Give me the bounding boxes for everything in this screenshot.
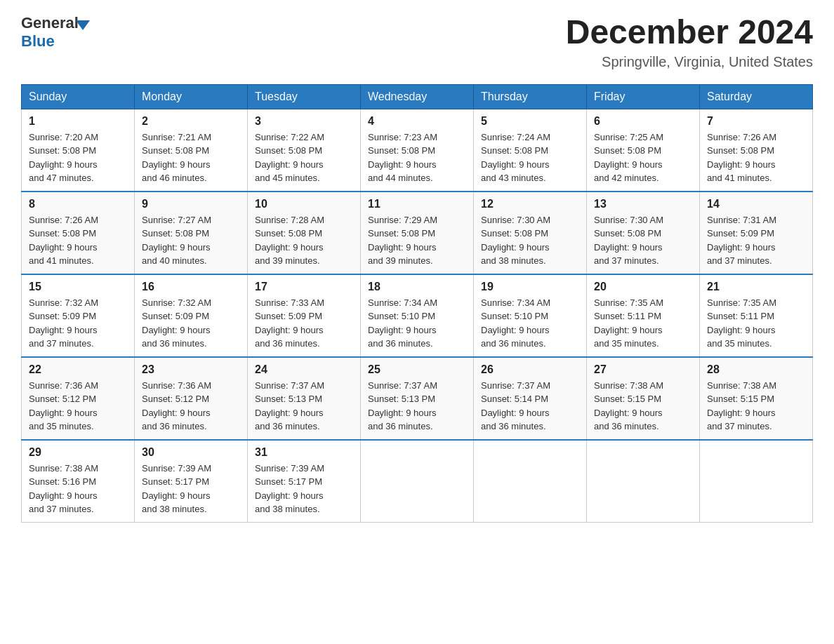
calendar-cell: 5 Sunrise: 7:24 AM Sunset: 5:08 PM Dayli… [474,109,587,192]
calendar-week-row: 29 Sunrise: 7:38 AM Sunset: 5:16 PM Dayl… [22,440,813,523]
calendar-week-row: 1 Sunrise: 7:20 AM Sunset: 5:08 PM Dayli… [22,109,813,192]
day-info: Sunrise: 7:27 AM Sunset: 5:08 PM Dayligh… [142,213,240,268]
calendar-cell: 9 Sunrise: 7:27 AM Sunset: 5:08 PM Dayli… [135,192,248,274]
day-number: 29 [29,446,127,459]
day-number: 2 [142,115,240,128]
calendar-cell: 31 Sunrise: 7:39 AM Sunset: 5:17 PM Dayl… [248,440,361,523]
day-info: Sunrise: 7:35 AM Sunset: 5:11 PM Dayligh… [707,296,805,351]
calendar-cell: 19 Sunrise: 7:34 AM Sunset: 5:10 PM Dayl… [474,274,587,357]
calendar-cell: 25 Sunrise: 7:37 AM Sunset: 5:13 PM Dayl… [361,357,474,440]
day-number: 11 [368,198,466,210]
month-title: December 2024 [566,14,813,51]
day-info: Sunrise: 7:39 AM Sunset: 5:17 PM Dayligh… [255,462,353,516]
calendar-cell [587,440,700,523]
day-number: 23 [142,363,240,376]
day-info: Sunrise: 7:26 AM Sunset: 5:08 PM Dayligh… [29,213,127,268]
day-info: Sunrise: 7:37 AM Sunset: 5:13 PM Dayligh… [255,379,353,434]
day-number: 10 [255,198,353,210]
day-number: 13 [594,198,692,210]
header-thursday: Thursday [474,84,587,109]
title-section: December 2024 Springville, Virginia, Uni… [566,14,813,70]
day-info: Sunrise: 7:34 AM Sunset: 5:10 PM Dayligh… [481,296,579,351]
calendar-table: Sunday Monday Tuesday Wednesday Thursday… [21,84,813,523]
day-number: 31 [255,446,353,459]
calendar-cell: 18 Sunrise: 7:34 AM Sunset: 5:10 PM Dayl… [361,274,474,357]
calendar-cell: 3 Sunrise: 7:22 AM Sunset: 5:08 PM Dayli… [248,109,361,192]
day-number: 17 [255,281,353,293]
calendar-cell: 15 Sunrise: 7:32 AM Sunset: 5:09 PM Dayl… [22,274,135,357]
header-wednesday: Wednesday [361,84,474,109]
calendar-cell: 30 Sunrise: 7:39 AM Sunset: 5:17 PM Dayl… [135,440,248,523]
day-number: 6 [594,115,692,128]
day-info: Sunrise: 7:31 AM Sunset: 5:09 PM Dayligh… [707,213,805,268]
header-friday: Friday [587,84,700,109]
header-tuesday: Tuesday [248,84,361,109]
day-info: Sunrise: 7:20 AM Sunset: 5:08 PM Dayligh… [29,130,127,185]
day-number: 30 [142,446,240,459]
calendar-week-row: 15 Sunrise: 7:32 AM Sunset: 5:09 PM Dayl… [22,274,813,357]
day-number: 1 [29,115,127,128]
day-number: 5 [481,115,579,128]
day-info: Sunrise: 7:36 AM Sunset: 5:12 PM Dayligh… [142,379,240,434]
day-info: Sunrise: 7:29 AM Sunset: 5:08 PM Dayligh… [368,213,466,268]
logo-blue-text: Blue [21,32,90,51]
calendar-cell: 1 Sunrise: 7:20 AM Sunset: 5:08 PM Dayli… [22,109,135,192]
day-number: 7 [707,115,805,128]
day-number: 15 [29,281,127,293]
calendar-cell: 6 Sunrise: 7:25 AM Sunset: 5:08 PM Dayli… [587,109,700,192]
calendar-cell: 11 Sunrise: 7:29 AM Sunset: 5:08 PM Dayl… [361,192,474,274]
day-number: 20 [594,281,692,293]
day-info: Sunrise: 7:32 AM Sunset: 5:09 PM Dayligh… [142,296,240,351]
day-info: Sunrise: 7:37 AM Sunset: 5:14 PM Dayligh… [481,379,579,434]
day-info: Sunrise: 7:21 AM Sunset: 5:08 PM Dayligh… [142,130,240,185]
calendar-cell: 29 Sunrise: 7:38 AM Sunset: 5:16 PM Dayl… [22,440,135,523]
day-number: 21 [707,281,805,293]
calendar-cell: 24 Sunrise: 7:37 AM Sunset: 5:13 PM Dayl… [248,357,361,440]
header-sunday: Sunday [22,84,135,109]
day-info: Sunrise: 7:38 AM Sunset: 5:16 PM Dayligh… [29,462,127,516]
day-info: Sunrise: 7:22 AM Sunset: 5:08 PM Dayligh… [255,130,353,185]
weekday-header-row: Sunday Monday Tuesday Wednesday Thursday… [22,84,813,109]
day-info: Sunrise: 7:26 AM Sunset: 5:08 PM Dayligh… [707,130,805,185]
calendar-cell: 22 Sunrise: 7:36 AM Sunset: 5:12 PM Dayl… [22,357,135,440]
calendar-cell: 13 Sunrise: 7:30 AM Sunset: 5:08 PM Dayl… [587,192,700,274]
calendar-cell: 12 Sunrise: 7:30 AM Sunset: 5:08 PM Dayl… [474,192,587,274]
day-info: Sunrise: 7:34 AM Sunset: 5:10 PM Dayligh… [368,296,466,351]
day-number: 24 [255,363,353,376]
day-number: 12 [481,198,579,210]
day-info: Sunrise: 7:39 AM Sunset: 5:17 PM Dayligh… [142,462,240,516]
day-info: Sunrise: 7:28 AM Sunset: 5:08 PM Dayligh… [255,213,353,268]
calendar-cell: 17 Sunrise: 7:33 AM Sunset: 5:09 PM Dayl… [248,274,361,357]
calendar-cell: 26 Sunrise: 7:37 AM Sunset: 5:14 PM Dayl… [474,357,587,440]
day-number: 27 [594,363,692,376]
day-number: 25 [368,363,466,376]
calendar-cell: 16 Sunrise: 7:32 AM Sunset: 5:09 PM Dayl… [135,274,248,357]
day-number: 28 [707,363,805,376]
calendar-cell: 10 Sunrise: 7:28 AM Sunset: 5:08 PM Dayl… [248,192,361,274]
location-subtitle: Springville, Virginia, United States [566,54,813,70]
logo-general-text: General [21,14,79,32]
day-info: Sunrise: 7:36 AM Sunset: 5:12 PM Dayligh… [29,379,127,434]
day-info: Sunrise: 7:32 AM Sunset: 5:09 PM Dayligh… [29,296,127,351]
header-monday: Monday [135,84,248,109]
day-info: Sunrise: 7:30 AM Sunset: 5:08 PM Dayligh… [594,213,692,268]
calendar-cell: 2 Sunrise: 7:21 AM Sunset: 5:08 PM Dayli… [135,109,248,192]
calendar-week-row: 22 Sunrise: 7:36 AM Sunset: 5:12 PM Dayl… [22,357,813,440]
calendar-cell: 8 Sunrise: 7:26 AM Sunset: 5:08 PM Dayli… [22,192,135,274]
day-number: 19 [481,281,579,293]
day-number: 26 [481,363,579,376]
calendar-cell: 20 Sunrise: 7:35 AM Sunset: 5:11 PM Dayl… [587,274,700,357]
day-number: 4 [368,115,466,128]
page-header: General Blue December 2024 Springville, … [21,14,813,70]
logo: General Blue [21,14,90,51]
calendar-cell [700,440,813,523]
calendar-cell: 27 Sunrise: 7:38 AM Sunset: 5:15 PM Dayl… [587,357,700,440]
day-number: 9 [142,198,240,210]
calendar-cell: 28 Sunrise: 7:38 AM Sunset: 5:15 PM Dayl… [700,357,813,440]
calendar-cell: 7 Sunrise: 7:26 AM Sunset: 5:08 PM Dayli… [700,109,813,192]
logo-arrow-icon [76,20,90,30]
day-number: 3 [255,115,353,128]
calendar-cell [361,440,474,523]
day-number: 14 [707,198,805,210]
day-info: Sunrise: 7:33 AM Sunset: 5:09 PM Dayligh… [255,296,353,351]
